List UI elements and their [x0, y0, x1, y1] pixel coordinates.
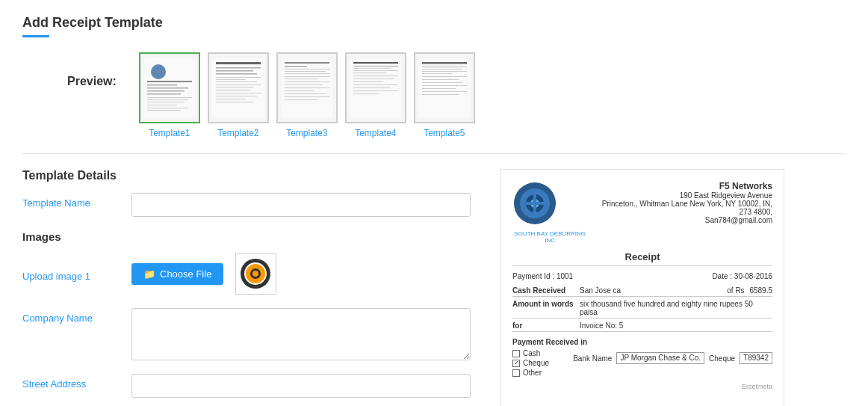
company-name-input[interactable] — [131, 308, 471, 360]
svg-rect-32 — [285, 71, 326, 72]
svg-rect-48 — [353, 73, 387, 73]
company-info: F5 Networks 190 East Ridgeview Avenue Pr… — [587, 181, 772, 224]
template4-label: Template4 — [355, 128, 396, 138]
cash-checkbox — [512, 350, 520, 357]
svg-rect-4 — [147, 87, 188, 89]
svg-rect-78 — [533, 191, 536, 215]
other-checkbox — [512, 369, 520, 377]
svg-rect-10 — [147, 105, 177, 105]
svg-rect-17 — [216, 73, 257, 75]
cash-received-label: Cash Received — [512, 286, 580, 295]
svg-rect-16 — [216, 70, 253, 72]
svg-rect-46 — [353, 68, 391, 69]
template-thumb-1[interactable] — [139, 52, 200, 123]
template-thumb-3[interactable] — [276, 52, 338, 123]
svg-rect-15 — [216, 67, 261, 69]
svg-rect-3 — [147, 84, 177, 86]
svg-rect-34 — [285, 76, 329, 77]
payment-id-label: Payment Id : — [512, 272, 554, 280]
template-details-title: Template Details — [22, 169, 471, 182]
street-address-input[interactable] — [131, 374, 471, 398]
amount-row: Amount in words six thousand five hundre… — [512, 300, 772, 319]
company-address-line2: Princeton., Whitman Lane New York, NY 10… — [587, 200, 772, 216]
svg-rect-11 — [147, 108, 188, 108]
svg-rect-31 — [285, 69, 329, 70]
of-rs-value: 6589.5 — [749, 286, 772, 295]
cheque-label: Cheque — [709, 354, 735, 363]
company-logo-icon — [512, 181, 557, 226]
company-address-line1: 190 East Ridgeview Avenue — [587, 191, 772, 200]
svg-rect-37 — [285, 84, 322, 85]
for-value: Invoice No: 5 — [580, 322, 772, 330]
svg-rect-51 — [353, 81, 383, 82]
receipt-preview-panel: SOUTH BAY DEBURRING INC F5 Networks 190 … — [500, 169, 784, 406]
payment-bottom: Cash ✓ Cheque Other Bank Name JP Morgan … — [512, 349, 772, 377]
bank-name-value: JP Morgan Chase & Co. — [616, 352, 704, 364]
choose-file-button[interactable]: 📁 Choose File — [131, 263, 223, 285]
svg-rect-44 — [353, 62, 398, 64]
template-item-4[interactable]: Template4 — [345, 52, 406, 138]
cash-option-row: Cash — [512, 349, 549, 357]
svg-rect-23 — [216, 90, 249, 90]
company-name-label: Company Name — [22, 308, 120, 324]
svg-rect-57 — [422, 62, 467, 64]
svg-rect-36 — [285, 81, 329, 82]
image-preview-icon — [239, 257, 273, 291]
template-item-2[interactable]: Template2 — [208, 52, 269, 138]
page-container: Add Receipt Template Preview: — [0, 0, 868, 406]
svg-rect-60 — [422, 71, 467, 72]
svg-rect-54 — [353, 90, 398, 91]
bank-name-label: Bank Name — [573, 354, 612, 363]
payment-options: Cash ✓ Cheque Other — [512, 349, 549, 377]
for-row: for Invoice No: 5 — [512, 322, 772, 332]
svg-point-72 — [252, 271, 258, 277]
svg-rect-2 — [147, 81, 192, 82]
svg-rect-39 — [285, 90, 314, 91]
date-line: Date : 30-08-2016 — [712, 272, 772, 280]
images-section-title: Images — [22, 230, 471, 243]
bank-row: Bank Name JP Morgan Chase & Co. Cheque T… — [573, 352, 772, 364]
main-content: Template Details Template Name Images Up… — [22, 169, 846, 406]
company-logo-area: SOUTH BAY DEBURRING INC — [512, 181, 587, 244]
template-item-3[interactable]: Template3 — [276, 52, 338, 138]
svg-rect-62 — [422, 76, 467, 77]
section-divider — [22, 153, 846, 154]
street-address-label: Street Address — [22, 374, 120, 390]
svg-rect-58 — [422, 67, 467, 67]
svg-rect-19 — [216, 79, 246, 80]
svg-rect-30 — [285, 66, 307, 67]
svg-rect-22 — [216, 87, 253, 87]
receipt-header: SOUTH BAY DEBURRING INC F5 Networks 190 … — [512, 181, 772, 244]
svg-rect-5 — [147, 90, 185, 92]
template-thumb-4[interactable] — [345, 52, 406, 123]
template3-label: Template3 — [286, 128, 327, 138]
template-name-row: Template Name — [22, 193, 471, 217]
street-address-row: Street Address — [22, 374, 471, 398]
svg-rect-33 — [285, 73, 329, 74]
cash-received-row: Cash Received San Jose ca of Rs 6589.5 — [512, 286, 772, 297]
svg-rect-40 — [285, 93, 326, 94]
template-item-5[interactable]: Template5 — [414, 52, 475, 138]
svg-rect-26 — [216, 99, 246, 99]
template-thumb-2[interactable] — [208, 52, 269, 123]
cheque-option-label: Cheque — [523, 359, 549, 367]
amount-value: six thousand five hundred and eighty nin… — [580, 300, 772, 316]
svg-rect-35 — [285, 79, 318, 79]
svg-rect-50 — [353, 79, 394, 79]
template5-label: Template5 — [424, 128, 465, 138]
svg-rect-53 — [353, 87, 391, 88]
svg-rect-7 — [147, 97, 192, 98]
svg-rect-67 — [422, 91, 467, 92]
template-item-1[interactable]: Template1 — [139, 52, 200, 138]
svg-rect-49 — [353, 76, 398, 76]
page-title: Add Receipt Template — [22, 15, 846, 31]
of-rs-label: of Rs — [725, 286, 747, 295]
template-name-input[interactable] — [131, 193, 471, 217]
svg-rect-42 — [285, 99, 318, 100]
other-option-label: Other — [523, 369, 542, 377]
choose-file-btn-label: Choose File — [160, 268, 211, 280]
template-thumb-5[interactable] — [414, 52, 475, 123]
other-option-row: Other — [512, 369, 549, 377]
svg-rect-29 — [285, 62, 329, 64]
date-label: Date : — [712, 272, 732, 280]
